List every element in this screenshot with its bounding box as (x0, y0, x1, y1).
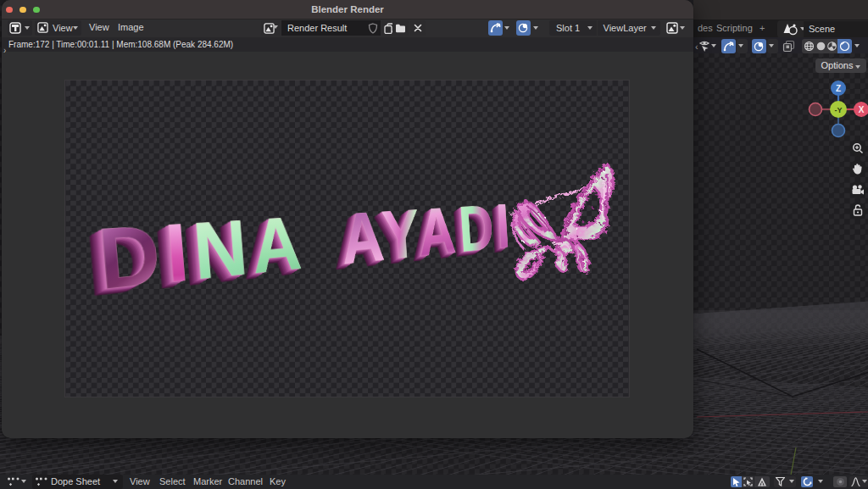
svg-text:-Y: -Y (835, 106, 843, 114)
svg-text:Z: Z (836, 84, 841, 93)
svg-text:X: X (859, 105, 865, 114)
